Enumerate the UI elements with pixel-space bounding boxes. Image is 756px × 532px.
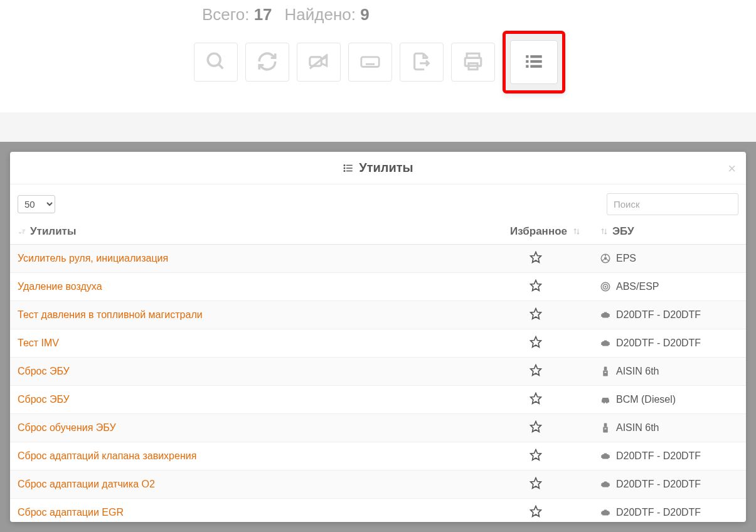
svg-rect-11 <box>465 58 481 66</box>
ecu-label: ABS/ESP <box>616 281 659 292</box>
svg-marker-38 <box>531 393 541 404</box>
utility-cell: Тест IMV <box>10 329 479 358</box>
table-body: Усилитель руля, инициализацияEPSУдаление… <box>10 245 746 523</box>
favorite-cell <box>479 471 592 499</box>
svg-rect-35 <box>604 367 607 371</box>
favorite-cell <box>479 301 592 329</box>
svg-rect-13 <box>526 55 528 58</box>
refresh-icon <box>257 51 278 74</box>
star-icon[interactable] <box>530 505 542 518</box>
table-header-row: Утилиты Избранное <box>10 221 746 245</box>
utility-link[interactable]: Тест IMV <box>18 338 59 348</box>
close-button[interactable]: × <box>728 161 736 177</box>
column-header-favorite[interactable]: Избранное <box>479 221 592 245</box>
utility-link[interactable]: Сброс адаптаций клапана завихрения <box>18 450 196 461</box>
utility-link[interactable]: Удаление воздуха <box>18 281 102 292</box>
utility-cell: Усилитель руля, инициализация <box>10 245 479 273</box>
svg-marker-39 <box>531 422 541 432</box>
ecu-cell: D20DTF - D20DTF <box>592 301 746 329</box>
engine-icon <box>600 338 611 349</box>
modal-header: Утилиты × <box>10 152 746 184</box>
svg-marker-32 <box>531 309 541 319</box>
top-toolbar-area: Всего: 17 Найдено: 9 <box>0 0 756 112</box>
utility-cell: Сброс адаптации датчика O2 <box>10 471 479 499</box>
video-off-button[interactable] <box>297 43 341 82</box>
ecu-cell: AISIN 6th <box>592 358 746 386</box>
utility-link[interactable]: Сброс адаптации EGR <box>18 507 124 518</box>
svg-line-1 <box>218 64 223 68</box>
utility-cell: Сброс адаптации EGR <box>10 499 479 523</box>
star-icon[interactable] <box>530 279 542 292</box>
utility-link[interactable]: Сброс адаптации датчика O2 <box>18 479 155 489</box>
svg-rect-42 <box>605 428 607 430</box>
gear-icon <box>600 366 611 377</box>
engine-icon <box>600 507 611 518</box>
svg-rect-41 <box>603 427 608 433</box>
svg-rect-40 <box>604 423 607 427</box>
keyboard-icon <box>359 51 381 74</box>
ecu-label: D20DTF - D20DTF <box>616 450 701 461</box>
svg-rect-20 <box>346 164 353 166</box>
star-icon[interactable] <box>530 392 542 405</box>
video-off-icon <box>308 51 329 74</box>
column-header-ecu[interactable]: ЭБУ <box>592 221 746 245</box>
ecu-cell: D20DTF - D20DTF <box>592 442 746 471</box>
svg-rect-15 <box>526 60 528 62</box>
utility-link[interactable]: Сброс ЭБУ <box>18 366 70 376</box>
table-row: Сброс ЭБУAISIN 6th <box>10 358 746 386</box>
utility-cell: Тест давления в топливной магистрали <box>10 301 479 329</box>
svg-point-21 <box>344 167 346 169</box>
ecu-label: D20DTF - D20DTF <box>616 507 701 518</box>
svg-rect-22 <box>346 168 353 169</box>
list-icon <box>523 51 545 74</box>
table-row: Удаление воздухаABS/ESP <box>10 273 746 301</box>
refresh-button[interactable] <box>245 43 289 82</box>
star-icon[interactable] <box>530 449 542 461</box>
utility-link[interactable]: Сброс обучения ЭБУ <box>18 422 116 433</box>
gear-icon <box>600 422 611 434</box>
list-button[interactable] <box>510 40 558 84</box>
favorite-cell <box>479 386 592 414</box>
star-icon[interactable] <box>530 364 542 376</box>
ecu-label: D20DTF - D20DTF <box>616 479 701 489</box>
favorite-cell <box>479 414 592 442</box>
utility-cell: Сброс адаптаций клапана завихрения <box>10 442 479 471</box>
star-icon[interactable] <box>530 420 542 433</box>
utilities-table: Утилиты Избранное <box>10 221 746 522</box>
star-icon[interactable] <box>530 336 542 348</box>
keyboard-button[interactable] <box>348 43 392 82</box>
export-button[interactable] <box>400 43 444 82</box>
svg-rect-18 <box>530 65 541 67</box>
print-button[interactable] <box>451 43 495 82</box>
search-input[interactable] <box>607 193 738 215</box>
svg-rect-16 <box>530 60 541 62</box>
column-header-utility[interactable]: Утилиты <box>10 221 479 245</box>
table-row: Сброс адаптаций клапана завихренияD20DTF… <box>10 442 746 471</box>
star-icon[interactable] <box>530 251 542 263</box>
star-icon[interactable] <box>530 477 542 489</box>
ecu-label: D20DTF - D20DTF <box>616 338 701 348</box>
utility-link[interactable]: Усилитель руля, инициализация <box>18 253 168 263</box>
list-icon <box>343 162 354 174</box>
favorite-cell <box>479 358 592 386</box>
ecu-label: EPS <box>616 253 636 263</box>
sort-icon <box>572 227 581 236</box>
utility-link[interactable]: Сброс ЭБУ <box>18 394 70 405</box>
star-icon[interactable] <box>530 307 542 320</box>
search-button[interactable] <box>194 43 238 82</box>
svg-marker-43 <box>531 450 541 460</box>
ecu-cell: ABS/ESP <box>592 273 746 301</box>
svg-point-31 <box>605 287 606 288</box>
page-size-select[interactable]: 102550100 <box>18 195 55 213</box>
utilities-modal: Утилиты × 102550100 Утилиты <box>10 152 746 522</box>
svg-marker-28 <box>531 280 541 291</box>
svg-rect-37 <box>605 372 607 373</box>
favorite-cell <box>479 442 592 471</box>
found-label: Найдено: <box>285 5 356 24</box>
export-icon <box>411 51 432 74</box>
modal-title: Утилиты <box>359 161 413 175</box>
utility-link[interactable]: Тест давления в топливной магистрали <box>18 309 203 320</box>
favorite-cell <box>479 329 592 358</box>
svg-point-23 <box>344 170 346 172</box>
favorite-cell <box>479 499 592 523</box>
